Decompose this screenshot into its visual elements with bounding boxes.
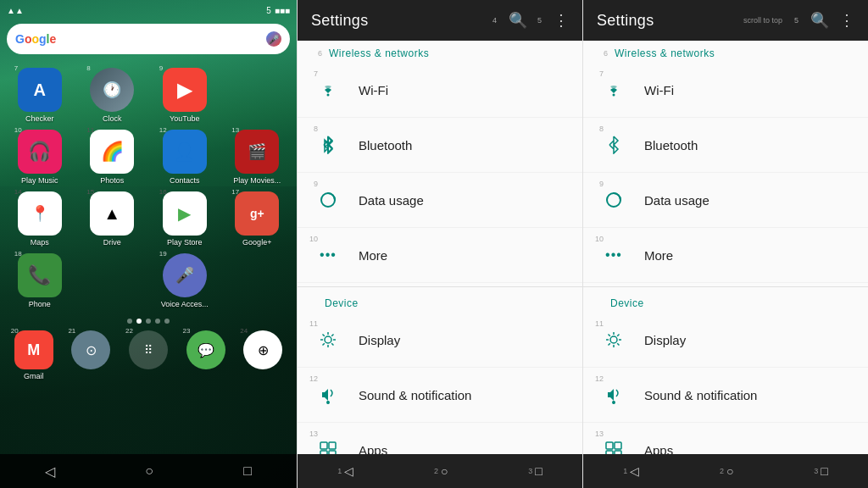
app-maps[interactable]: 📍 14 Maps: [7, 191, 73, 247]
display-icon-2: [597, 323, 631, 357]
more-icon-1[interactable]: ⋮: [554, 11, 569, 30]
mic-icon[interactable]: 🎤: [266, 31, 281, 47]
wireless-label-2: Wireless & networks: [615, 47, 715, 59]
app-num-17: 17: [231, 188, 239, 196]
item-num-13b: 13: [587, 430, 604, 438]
bluetooth-item-2[interactable]: 8 Bluetooth: [583, 118, 868, 173]
app-movies[interactable]: 🎬 13 Play Movies...: [225, 130, 291, 185]
svg-rect-33: [615, 451, 621, 454]
svg-line-25: [617, 343, 619, 345]
settings-header-1: Settings 4 🔍 5 ⋮: [298, 0, 582, 41]
app-photos[interactable]: 🌈 11 Photos: [80, 130, 146, 185]
recents-icon-1: □: [535, 464, 542, 478]
back-btn-1[interactable]: 1 ◁: [337, 464, 353, 478]
bluetooth-icon-1: [311, 128, 345, 162]
svg-rect-14: [329, 442, 336, 449]
bluetooth-item-1[interactable]: 8 Bluetooth: [298, 118, 582, 173]
apps-item-2[interactable]: 13 Apps: [583, 423, 868, 454]
recents-button[interactable]: □: [243, 463, 252, 479]
wifi-item-2[interactable]: 7 Wi-Fi: [583, 63, 868, 118]
home-btn-1[interactable]: 2 ○: [434, 464, 448, 478]
app-num-12: 12: [159, 126, 167, 134]
home-btn-2[interactable]: 2 ○: [720, 464, 733, 478]
music-label: Play Music: [21, 176, 58, 185]
settings-nav-bar-1: 1 ◁ 2 ○ 3 □: [298, 454, 582, 488]
data-usage-item-1[interactable]: 9 Data usage: [298, 173, 582, 228]
home-button[interactable]: ○: [145, 463, 153, 479]
dot-3: [146, 319, 151, 324]
app-num-18: 18: [14, 250, 22, 258]
svg-rect-16: [329, 451, 336, 454]
app-camera[interactable]: ⊙ 21: [64, 330, 119, 380]
app-drive[interactable]: ▲ 15 Drive: [80, 191, 146, 247]
app-clock[interactable]: 🕐 8 Clock: [80, 68, 146, 123]
sound-item-1[interactable]: 12 Sound & notification: [298, 368, 582, 423]
item-num-10a: 10: [301, 235, 318, 243]
wifi-item-1[interactable]: 7 Wi-Fi: [298, 63, 582, 118]
recents-btn-2[interactable]: 3 □: [814, 464, 827, 478]
clock-icon: 🕐 8: [90, 68, 134, 112]
divider-2: [583, 286, 868, 287]
app-music[interactable]: 🎧 10 Play Music: [7, 130, 73, 185]
data-usage-item-2[interactable]: 9 Data usage: [583, 173, 868, 228]
more-icon-item-1: •••: [311, 238, 345, 272]
app-chrome[interactable]: ⊕ 24: [236, 330, 290, 380]
more-item-1[interactable]: 10 ••• More: [298, 228, 582, 283]
playstore-glyph: ▶: [178, 203, 191, 224]
back-btn-2[interactable]: 1 ◁: [623, 464, 639, 478]
svg-line-8: [331, 343, 333, 345]
photos-label: Photos: [100, 176, 124, 185]
camera-icon: ⊙ 21: [71, 330, 110, 369]
app-youtube[interactable]: ▶ 9 YouTube: [152, 68, 218, 123]
app-gplus[interactable]: g+ 17 Google+: [225, 191, 291, 247]
wireless-label-1: Wireless & networks: [329, 47, 429, 59]
svg-line-27: [609, 343, 610, 345]
contact-glyph: 👤: [174, 141, 195, 162]
app-gmail[interactable]: M 20 Gmail: [7, 330, 61, 380]
wireless-section-header-2: 6 Wireless & networks: [583, 41, 868, 63]
svg-rect-13: [320, 442, 327, 449]
item-num-7a: 7: [301, 69, 318, 78]
svg-line-7: [323, 335, 325, 336]
app-voice[interactable]: 🎤 19 Voice Acces...: [152, 253, 218, 308]
phone-label: Phone: [29, 300, 51, 308]
more-dots-1: •••: [320, 247, 337, 263]
back-button[interactable]: ◁: [45, 463, 55, 480]
apps-item-1[interactable]: 13 Apps: [298, 423, 582, 454]
sound-icon-2: [597, 378, 631, 412]
settings-title-2: Settings: [597, 12, 743, 30]
item-num-10b: 10: [587, 235, 604, 243]
more-item-2[interactable]: 10 ••• More: [583, 228, 868, 283]
wifi-icon-2: [597, 73, 631, 107]
empty2: [80, 253, 124, 308]
app-num-8: 8: [86, 64, 90, 72]
app-num-7: 7: [14, 64, 18, 72]
app-phone[interactable]: 📞 18 Phone: [7, 253, 73, 308]
more-dots-2: •••: [605, 247, 622, 263]
display-item-2[interactable]: 11 Display: [583, 313, 868, 368]
recents-btn-1[interactable]: 3 □: [528, 464, 542, 478]
item-num-9a: 9: [301, 180, 318, 188]
data-usage-label-1: Data usage: [359, 193, 424, 208]
search-icon-2[interactable]: 🔍: [810, 11, 829, 30]
search-bar[interactable]: Google 🎤: [7, 24, 290, 54]
app-contacts[interactable]: 👤 12 Contacts: [152, 130, 218, 185]
sound-item-2[interactable]: 12 Sound & notification: [583, 368, 868, 423]
app-hangouts[interactable]: 💬 23: [179, 330, 233, 380]
app-num-11: 11: [86, 126, 94, 134]
maps-label: Maps: [31, 238, 49, 247]
drive-icon: ▲ 15: [90, 191, 134, 236]
app-checker[interactable]: A 7 Checker: [7, 68, 73, 123]
divider-1: [298, 286, 582, 287]
movies-icon: 🎬 13: [235, 130, 279, 174]
app-all-apps[interactable]: ⠿ 22: [121, 330, 175, 380]
drive-label: Drive: [103, 238, 121, 247]
data-usage-label-2: Data usage: [644, 193, 709, 208]
svg-line-10: [323, 343, 325, 345]
display-item-1[interactable]: 11 Display: [298, 313, 582, 368]
settings-nav-bar-2: 1 ◁ 2 ○ 3 □: [583, 454, 868, 488]
app-playstore[interactable]: ▶ 16 Play Store: [152, 191, 218, 247]
section-num-6a: 6: [318, 49, 322, 58]
more-icon-2[interactable]: ⋮: [839, 11, 854, 30]
search-icon-1[interactable]: 🔍: [509, 11, 527, 30]
